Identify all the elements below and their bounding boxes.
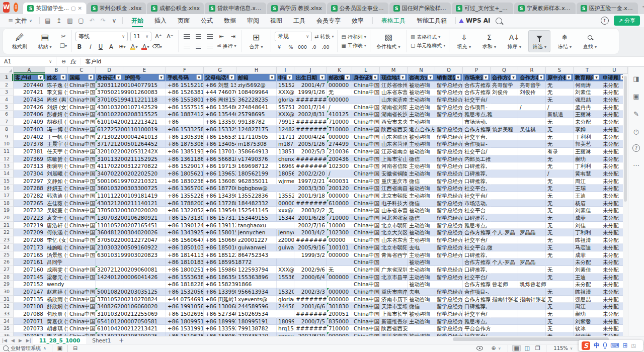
cell[interactable]: +86 15026953 [166,310,204,318]
last-sheet-button[interactable]: ▶| [24,338,33,343]
ime-language-toggle[interactable]: 中 [594,341,600,350]
cell[interactable]: 135522836 [236,192,277,200]
number-%-icon[interactable]: % [286,43,295,51]
column-header-J[interactable]: J [294,67,327,73]
cell[interactable]: 169698712 [236,162,277,170]
menu-开始[interactable]: 开始 [126,14,149,27]
cell[interactable]: +86 56681836 [204,155,236,163]
border-icon[interactable]: ⊞▾ [118,43,127,51]
cell[interactable]: 口碑推荐, [463,214,491,222]
font-size-select[interactable]: 11∨ [130,32,151,41]
history-icon[interactable]: ◷ [632,127,641,136]
cell[interactable]: 410125 [327,111,352,118]
cell[interactable]: 271302200004241013 [96,133,123,141]
cell[interactable]: +44 07546918 [166,296,204,303]
cell[interactable] [491,303,518,310]
cell[interactable]: 合作方推荐 [463,89,491,96]
document-tab[interactable]: S成都公积金.xlsx [147,3,204,14]
cell[interactable]: 合作项目- [463,140,491,148]
cell[interactable]: China中国 [68,244,96,251]
cell[interactable]: 207147 [14,288,45,296]
cell[interactable]: 留学总经办 [435,192,463,200]
document-tab[interactable]: S贷款申请信息.xlsx [205,3,266,14]
more-icon[interactable]: ∨ [109,16,119,26]
cell[interactable] [518,222,546,229]
cell[interactable]: 北京市昌平 [380,274,408,281]
row-number[interactable]: 36 [0,332,14,336]
cell[interactable]: 社交平台/ [463,310,491,318]
cell[interactable] [518,140,546,148]
cell[interactable]: 袁文于 (女 [45,214,68,222]
cell[interactable]: 口碑推荐, [463,170,491,178]
cell[interactable]: 雅思考点, [463,318,491,325]
cell[interactable]: 个人-罗晶 [491,229,518,236]
align-left-icon[interactable] [182,42,191,50]
cell[interactable]: China中国 [352,318,380,325]
cell[interactable]: +86 1877000215 [204,185,236,192]
document-tab[interactable]: S可过_支付宝+_滴... [452,3,513,14]
assistant-icon[interactable] [3,345,9,351]
cell[interactable]: +86 1851229020 [204,251,236,259]
menu-智能工具箱[interactable]: 智能工具箱 [411,14,452,27]
cell[interactable]: China中国 [68,89,96,96]
row-number[interactable]: 32 [0,303,14,310]
cell[interactable]: 142401200006041426 [96,274,123,281]
cell[interactable]: China中国 [68,185,96,192]
cell[interactable] [277,258,294,266]
cell[interactable]: ######## [294,162,327,170]
cell[interactable]: 王晨宇 (男 [45,140,68,148]
cell[interactable]: 370503200302020020 [96,207,123,214]
cell[interactable]: 340702200202202520 [96,170,123,178]
filter-button[interactable]: ▼ [428,74,433,80]
ime-expand-icon[interactable]: ◳ [631,343,635,348]
cell[interactable]: 无 [546,214,574,222]
column-header-S[interactable]: S [546,67,574,73]
filter-button[interactable]: ▼ [511,74,516,80]
paste-button[interactable]: ▤ 粘贴 ▾ [34,30,56,52]
cell[interactable] [491,170,518,178]
cell[interactable]: ######## [294,296,327,303]
cell[interactable]: 无 [546,96,574,104]
ime-toolbox-icon[interactable]: ⊞ [622,342,627,349]
cell[interactable]: 000000 [327,274,352,281]
row-number[interactable]: 20 [0,214,14,222]
cell[interactable]: 陕西省西安 [380,126,408,133]
cell[interactable]: 无 [546,192,574,200]
cell[interactable] [518,192,546,200]
cell[interactable]: 留学总经办 [435,140,463,148]
document-tab[interactable]: S宁夏教师样本.xlsx [514,3,576,14]
cell[interactable] [277,281,294,288]
cell[interactable]: 留学总经办 [435,200,463,207]
row-number[interactable]: 14 [0,170,14,178]
cell[interactable]: China中国 [352,155,380,163]
cell[interactable]: / [546,170,574,178]
number-.0-icon[interactable]: .0 [309,43,318,51]
cell[interactable] [491,140,518,148]
cell[interactable]: China中国 [68,192,96,200]
cell[interactable]: +86 18753080 [166,140,204,148]
cell[interactable]: 主动咨询 [408,251,435,259]
cell[interactable]: 社交平台, [463,133,491,141]
filter-button[interactable]: ▼ [196,74,202,80]
cell[interactable]: +44 74607628 [204,89,236,96]
add-sheet-button[interactable]: + [117,337,126,344]
cell[interactable]: 蒯玏 [574,310,601,318]
cell[interactable]: +86 15536380 [166,274,204,281]
insert-function-button[interactable]: fx [70,58,75,65]
cell[interactable]: 刘妍 (女) [45,104,68,111]
cell[interactable]: ######## [294,118,327,126]
cell[interactable]: 956613934 [236,288,277,296]
cell[interactable]: +86 1391129694 [204,222,236,229]
menu-工具[interactable]: 工具 [288,14,311,27]
cell[interactable]: 成菲 [574,214,601,222]
cell[interactable]: 2002/8/20 [294,332,327,336]
cell[interactable]: 去电 [408,288,435,296]
row-number[interactable]: 5 [0,104,14,111]
cell[interactable]: 指南针张老 [491,296,518,303]
cell[interactable]: 留学总经办 [435,222,463,229]
cell[interactable] [491,111,518,118]
cell[interactable]: XXX@163. [277,89,294,96]
cell[interactable]: China中国 [68,111,96,118]
cell[interactable]: 吴佳祺 [518,126,546,133]
cell[interactable]: 207161 [14,258,45,266]
